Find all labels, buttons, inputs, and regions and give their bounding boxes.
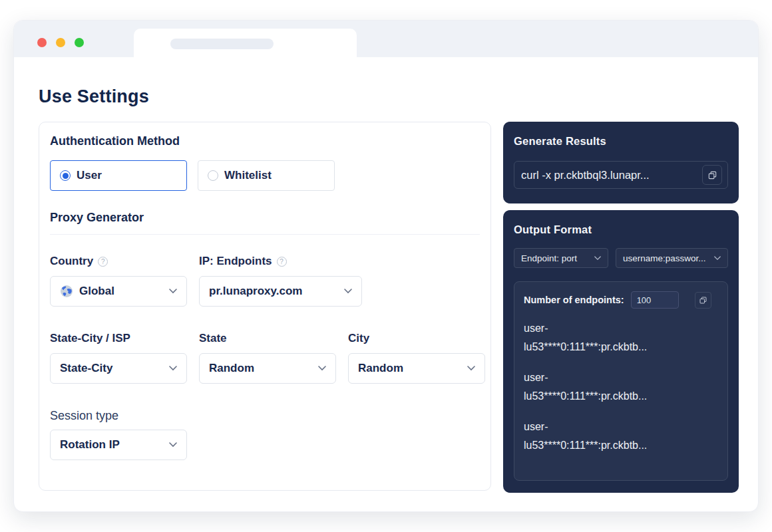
country-select[interactable]: Global (50, 276, 187, 307)
chevron-down-icon (344, 289, 352, 294)
session-type-field: Session type Rotation IP (50, 409, 480, 460)
auth-option-label: User (77, 169, 102, 182)
city-select[interactable]: Random (348, 353, 485, 384)
page-content: Use Settings Authentication Method User … (14, 86, 758, 493)
browser-tab[interactable] (134, 29, 357, 57)
state-city-isp-label: State-City / ISP (50, 332, 130, 345)
session-type-value: Rotation IP (60, 438, 163, 452)
endpoint-format-select[interactable]: Endpoint: port (514, 248, 608, 268)
proxy-result-detail: lu53****0:111***:pr.ckbtb... (524, 436, 718, 455)
copy-button[interactable] (695, 292, 711, 309)
chevron-down-icon (467, 366, 475, 371)
curl-command-box: curl -x pr.ckbtbql3.lunapr... (514, 161, 728, 189)
traffic-lights (37, 38, 84, 47)
state-field: State Random (199, 332, 336, 384)
chevron-down-icon (594, 256, 601, 261)
city-field: City Random (348, 332, 485, 384)
proxy-result: user- lu53****0:111***:pr.ckbtb... (524, 418, 718, 455)
chevron-down-icon (318, 366, 326, 371)
proxy-result-user: user- (524, 418, 718, 436)
radio-selected-icon (60, 170, 71, 181)
auth-option-user[interactable]: User (50, 160, 187, 191)
help-icon[interactable]: ? (98, 257, 108, 267)
generate-results-panel: Generate Results curl -x pr.ckbtbql3.lun… (503, 122, 739, 203)
chevron-down-icon (169, 289, 177, 294)
settings-card: Authentication Method User Whitelist Pro… (39, 122, 491, 491)
maximize-window-icon[interactable] (75, 38, 84, 47)
radio-unselected-icon (208, 170, 218, 181)
endpoint-format-value: Endpoint: port (521, 253, 589, 263)
curl-command: curl -x pr.ckbtbql3.lunapr... (521, 169, 698, 182)
tab-title-placeholder (170, 39, 274, 49)
output-format-heading: Output Format (514, 223, 728, 236)
chevron-down-icon (169, 442, 177, 448)
auth-options: User Whitelist (50, 160, 480, 191)
ip-endpoints-label: IP: Endpoints (199, 255, 272, 268)
state-value: Random (209, 362, 312, 375)
copy-button[interactable] (702, 165, 722, 185)
endpoints-results-box: Number of endpoints: user (514, 281, 728, 481)
ip-endpoints-select[interactable]: pr.lunaproxy.com (199, 276, 362, 307)
ip-endpoints-value: pr.lunaproxy.com (209, 285, 338, 298)
state-city-isp-value: State-City (60, 362, 163, 375)
chevron-down-icon (714, 256, 721, 261)
globe-icon (60, 285, 73, 298)
copy-icon (699, 296, 707, 305)
browser-chrome (14, 21, 758, 57)
generate-results-heading: Generate Results (514, 135, 728, 148)
session-type-label: Session type (50, 409, 480, 423)
results-column: Generate Results curl -x pr.ckbtbql3.lun… (503, 122, 739, 493)
proxy-result-detail: lu53****0:111***:pr.ckbtb... (524, 387, 718, 406)
output-format-panel: Output Format Endpoint: port username:pa… (503, 210, 739, 493)
state-city-isp-field: State-City / ISP State-City (50, 332, 187, 384)
divider (50, 234, 480, 235)
proxy-result-detail: lu53****0:111***:pr.ckbtb... (524, 338, 718, 356)
proxy-result: user- lu53****0:111***:pr.ckbtb... (524, 368, 718, 406)
proxy-result-user: user- (524, 368, 718, 387)
ip-endpoints-field: IP: Endpoints ? pr.lunaproxy.com (199, 255, 362, 307)
country-label: Country (50, 255, 93, 268)
session-type-select[interactable]: Rotation IP (50, 430, 187, 460)
chevron-down-icon (169, 366, 177, 371)
endpoints-count-label: Number of endpoints: (524, 295, 624, 305)
format-selects: Endpoint: port username:passwor... (514, 248, 728, 268)
browser-window: Use Settings Authentication Method User … (13, 20, 759, 512)
auth-option-label: Whitelist (224, 169, 272, 182)
proxy-generator-heading: Proxy Generator (50, 211, 480, 225)
auth-method-heading: Authentication Method (50, 134, 480, 148)
copy-icon (707, 170, 717, 180)
endpoints-count-input[interactable] (631, 291, 679, 309)
proxy-result-user: user- (524, 319, 718, 338)
minimize-window-icon[interactable] (56, 38, 65, 47)
city-label: City (348, 332, 369, 345)
proxy-results-list: user- lu53****0:111***:pr.ckbtb... user-… (524, 319, 718, 455)
close-window-icon[interactable] (37, 38, 47, 47)
proxy-result: user- lu53****0:111***:pr.ckbtb... (524, 319, 718, 356)
help-icon[interactable]: ? (277, 257, 287, 267)
page-title: Use Settings (39, 86, 738, 107)
city-value: Random (358, 362, 461, 375)
country-field: Country ? Global (50, 255, 187, 307)
country-value: Global (79, 285, 163, 298)
credentials-format-value: username:passwor... (623, 253, 709, 263)
credentials-format-select[interactable]: username:passwor... (616, 248, 728, 268)
auth-option-whitelist[interactable]: Whitelist (198, 160, 335, 191)
state-label: State (199, 332, 227, 345)
state-select[interactable]: Random (199, 353, 336, 384)
state-city-isp-select[interactable]: State-City (50, 353, 187, 384)
